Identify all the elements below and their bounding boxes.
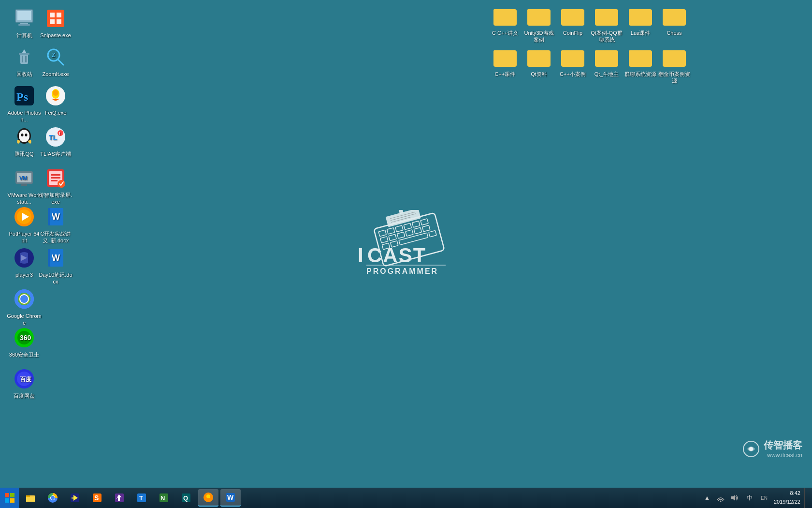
cpp-lecture-label: C C++讲义 [492, 30, 518, 36]
network-icon [717, 494, 725, 502]
taskbar-feiq-active[interactable] [198, 489, 218, 507]
show-desktop-button[interactable] [804, 488, 808, 508]
svg-text:Ps: Ps [16, 90, 28, 103]
computer-icon [13, 7, 36, 30]
desktop-icon-chess[interactable]: Chess [655, 2, 694, 38]
tray-keyboard[interactable]: EN [758, 488, 770, 508]
word-icon-2: W [44, 246, 67, 269]
watermark: 传智播客 www.itcast.cn [742, 439, 802, 459]
svg-point-23 [25, 134, 28, 136]
clock-date: 2019/12/22 [774, 498, 800, 507]
desktop: 计算机 Snipaste.exe 回收站 [0, 0, 812, 488]
svg-rect-100 [72, 497, 74, 499]
taskbar-visual-studio[interactable] [109, 489, 130, 507]
word-taskbar-icon: W [225, 492, 236, 503]
desktop-icon-chat-sys[interactable]: 群聊系统资源 [621, 44, 660, 79]
taskbar-navicat2[interactable]: Q [176, 489, 196, 507]
svg-rect-87 [5, 493, 9, 497]
desktop-icon-feiq[interactable]: FeiQ.exe [36, 82, 75, 118]
svg-line-13 [58, 60, 63, 65]
tlias-label: TLIAS客户端 [40, 150, 71, 157]
word-icon-1: W [44, 205, 67, 228]
flashfxp-icon [70, 493, 80, 503]
qq-label: 腾讯QQ [14, 150, 33, 157]
svg-line-79 [391, 217, 411, 223]
svg-rect-66 [380, 237, 388, 243]
baidu-icon: 百度 [13, 367, 36, 390]
svg-point-22 [21, 134, 24, 136]
coinflip-label: CoinFlip [563, 30, 582, 36]
desktop-icon-chrome[interactable]: Google Chrome [5, 285, 44, 329]
svg-text:!: ! [59, 131, 60, 136]
clock[interactable]: 8:42 2019/12/22 [770, 488, 804, 508]
svg-text:T: T [139, 494, 143, 502]
taskbar-sandboxie[interactable]: S [87, 489, 107, 507]
svg-rect-7 [55, 11, 57, 26]
desktop-icon-qt-qq[interactable]: Qt案例-QQ群聊系统 [587, 2, 626, 45]
tray-network[interactable] [714, 488, 727, 508]
svg-rect-62 [395, 225, 403, 232]
desktop-icon-cpp-lecture[interactable]: C C++讲义 [486, 2, 524, 38]
svg-point-52 [20, 295, 28, 303]
chuanzhi-icon [44, 166, 67, 190]
file-explorer-icon [25, 493, 36, 503]
desktop-icon-baidu[interactable]: 百度 百度网盘 [5, 365, 44, 401]
svg-rect-60 [378, 230, 386, 236]
desktop-icon-qt-info[interactable]: Qt资料 [520, 44, 558, 79]
desktop-icon-tlias[interactable]: TL ! TLIAS客户端 [36, 123, 75, 159]
folder-icon-cpp-course [493, 45, 517, 69]
cpp-course-label: C++课件 [495, 71, 516, 77]
svg-rect-70 [414, 227, 421, 234]
desktop-icon-kaifashizhan[interactable]: W C开发实战讲义_新.docx [36, 203, 75, 246]
sandboxie-icon: S [92, 493, 102, 503]
svg-rect-63 [404, 223, 411, 229]
desktop-icon-360[interactable]: 360 360安全卫士 [5, 324, 44, 360]
desktop-icon-qt-map[interactable]: Qt_斗地主 [587, 44, 626, 79]
svg-line-78 [391, 214, 416, 221]
taskbar-chrome[interactable] [43, 489, 63, 507]
folder-icon-qt-qq [595, 4, 618, 28]
start-button[interactable] [0, 488, 19, 508]
taskbar-word-t[interactable]: T [131, 489, 152, 507]
svg-text:N: N [160, 494, 165, 502]
chrome-icon [13, 287, 36, 311]
folder-icon-chat-sys [629, 45, 652, 69]
tray-expand[interactable]: ▲ [700, 488, 714, 508]
tray-volume[interactable] [727, 488, 741, 508]
potplayer-icon [13, 205, 36, 228]
player3-icon [13, 246, 36, 269]
desktop-icon-bitcoin[interactable]: 翻金币案例资源 [655, 44, 694, 87]
svg-rect-1 [17, 11, 31, 20]
tray-input[interactable]: 中 [741, 488, 758, 508]
desktop-icon-coinflip[interactable]: CoinFlip [553, 2, 592, 38]
folder-icon-unity3d [527, 4, 551, 28]
taskbar-file-explorer[interactable] [20, 489, 41, 507]
svg-text:W: W [52, 212, 60, 222]
svg-rect-59 [374, 213, 444, 267]
svg-rect-76 [386, 210, 421, 227]
svg-rect-65 [420, 219, 428, 225]
desktop-icon-unity3d[interactable]: Unity3D游戏案例 [520, 2, 558, 45]
clock-time: 8:42 [790, 489, 800, 498]
desktop-icon-chuanzhi[interactable]: 传智加密录屏.exe [36, 164, 75, 208]
taskbar-word-active[interactable]: W [220, 489, 241, 507]
vmware-icon: VM [13, 166, 36, 190]
desktop-icon-cpp-course[interactable]: C++课件 [486, 44, 524, 79]
qt-qq-label: Qt案例-QQ群聊系统 [589, 30, 624, 44]
svg-point-26 [58, 130, 63, 136]
desktop-icon-cpp-small[interactable]: C++小案例 [553, 44, 592, 79]
svg-rect-11 [19, 53, 29, 55]
desktop-icon-day10[interactable]: W Day10笔记.docx [36, 244, 75, 287]
logo-svg: CAST PROGRAMMER I [353, 210, 459, 278]
svg-text:CAST: CAST [367, 244, 426, 267]
desktop-icon-zoomit[interactable]: Z ZoomIt.exe [36, 44, 75, 79]
svg-rect-69 [406, 230, 413, 236]
desktop-icon-lua[interactable]: Lua课件 [621, 2, 660, 38]
taskbar-flashfxp[interactable] [65, 489, 85, 507]
taskbar-navicat1[interactable]: N [154, 489, 174, 507]
svg-line-77 [390, 212, 415, 219]
volume-icon [730, 494, 738, 502]
day10-label: Day10笔记.docx [38, 271, 73, 285]
desktop-icon-snipaste[interactable]: Snipaste.exe [36, 5, 75, 41]
chrome-taskbar-icon [47, 493, 58, 503]
